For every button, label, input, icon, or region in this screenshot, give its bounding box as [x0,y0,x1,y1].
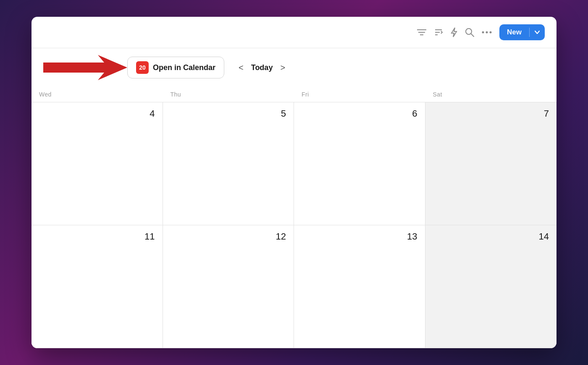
day-headers: Wed Thu Fri Sat [32,87,556,102]
day-header-wed: Wed [32,87,163,102]
more-icon[interactable] [482,31,492,34]
sort-icon[interactable] [434,28,443,36]
calendar-row-1: 4 5 6 7 [32,102,556,225]
svg-point-11 [490,31,492,34]
day-number: 5 [171,108,286,119]
svg-line-8 [471,34,474,36]
date-nav: < Today > [236,61,288,74]
calendar-area: Wed Thu Fri Sat 4 5 6 7 [32,87,556,348]
svg-point-9 [482,31,484,34]
day-header-thu: Thu [163,87,294,102]
table-row[interactable]: 5 [163,102,294,225]
new-button[interactable]: New [499,24,529,40]
day-number: 4 [39,108,155,119]
new-button-chevron[interactable] [530,24,545,40]
main-window: New 20 Open in Calendar < [32,17,556,348]
table-row[interactable]: 11 [32,225,163,348]
calendar-rows: 4 5 6 7 11 12 [32,102,556,348]
today-label: Today [249,63,276,72]
day-number: 13 [302,231,417,242]
day-header-fri: Fri [294,87,425,102]
next-button[interactable]: > [278,61,288,74]
day-number: 7 [433,108,549,119]
table-row[interactable]: 13 [294,225,425,348]
svg-marker-6 [452,28,457,37]
day-number: 11 [39,231,155,242]
toolbar: New [32,17,556,48]
prev-button[interactable]: < [236,61,246,74]
red-arrow-annotation [43,55,127,80]
new-button-group: New [499,24,545,40]
day-number: 14 [433,231,549,242]
calendar-badge: 20 [136,61,149,74]
filter-icon[interactable] [417,29,426,36]
open-in-calendar-button[interactable]: 20 Open in Calendar [127,57,224,78]
nav-row: 20 Open in Calendar < Today > [32,48,556,87]
table-row[interactable]: 14 [425,225,557,348]
calendar-badge-number: 20 [139,64,146,71]
table-row[interactable]: 12 [163,225,294,348]
search-icon[interactable] [465,28,474,37]
svg-point-10 [486,31,488,34]
table-row[interactable]: 6 [294,102,425,225]
table-row[interactable]: 4 [32,102,163,225]
calendar-row-2: 11 12 13 14 [32,225,556,348]
day-number: 12 [171,231,286,242]
open-in-calendar-label: Open in Calendar [153,63,215,72]
day-header-sat: Sat [425,87,557,102]
svg-marker-12 [43,55,127,80]
day-number: 6 [302,108,417,119]
table-row[interactable]: 7 [425,102,557,225]
lightning-icon[interactable] [451,27,457,37]
